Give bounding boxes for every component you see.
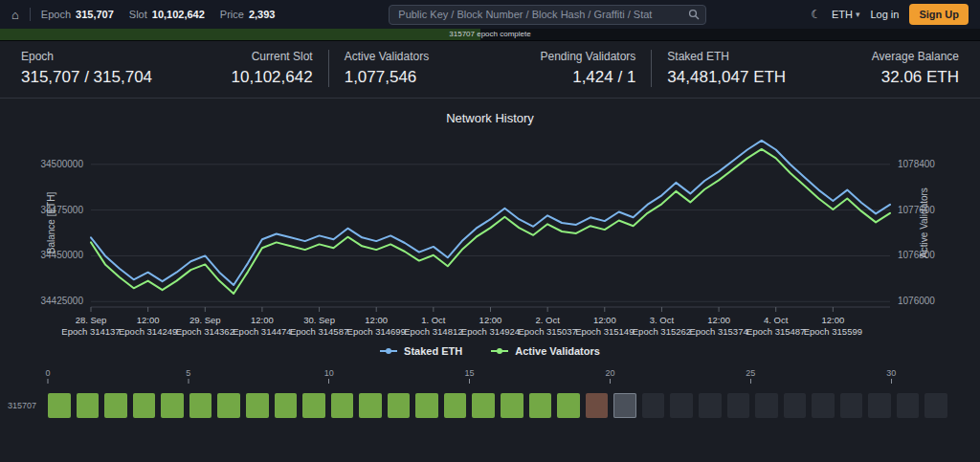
y-left-axis-title: Balance [ETH] <box>46 192 56 254</box>
slot-square-missed[interactable] <box>586 393 609 418</box>
x-tick-epoch: Epoch 314474 <box>233 326 291 337</box>
chevron-down-icon: ▾ <box>856 10 860 19</box>
nav-epoch-label: Epoch <box>41 9 71 20</box>
slot-ruler-tick: 5 <box>186 368 190 384</box>
slot-square-proposed[interactable] <box>444 393 467 418</box>
stats-bar: Epoch 315,707 / 315,704 Current Slot 10,… <box>0 41 980 99</box>
login-link[interactable]: Log in <box>870 9 899 20</box>
stat-label: Current Slot <box>232 50 313 63</box>
y-right-tick-label: 1076000 <box>898 296 935 306</box>
y-right-axis-title: Active Validators <box>919 187 929 258</box>
stat-label: Pending Validators <box>541 50 636 63</box>
slot-square-scheduled[interactable] <box>868 393 891 418</box>
slot-square-proposed[interactable] <box>501 393 523 418</box>
slot-square-scheduled[interactable] <box>840 393 863 418</box>
x-tick-epoch: Epoch 314362 <box>176 326 234 337</box>
slot-square-proposed[interactable] <box>77 393 100 418</box>
slot-square-scheduled[interactable] <box>812 393 835 418</box>
stats-group-2: Active Validators 1,077,546 Pending Vali… <box>328 50 652 87</box>
stat-label: Average Balance <box>872 50 959 63</box>
slot-square-proposed[interactable] <box>275 393 298 418</box>
epoch-progress-bar: 315707 epoch complete <box>0 29 980 41</box>
nav-price-value: 2,393 <box>249 9 276 20</box>
stat-value: 34,481,047 ETH <box>667 68 786 87</box>
slot-square-proposed[interactable] <box>529 393 552 418</box>
stats-group-1: Epoch 315,707 / 315,704 Current Slot 10,… <box>6 50 328 87</box>
slot-square-scheduled[interactable] <box>755 393 778 418</box>
home-icon[interactable]: ⌂ <box>11 9 19 21</box>
x-tick-date: 12:00 <box>365 315 388 325</box>
slot-ruler-tick: 15 <box>465 368 475 384</box>
nav-slot-value: 10,102,642 <box>152 9 205 20</box>
y-right-tick-label: 1078400 <box>898 159 935 169</box>
nav-epoch-value: 315,707 <box>76 9 114 20</box>
slot-square-proposed[interactable] <box>557 393 580 418</box>
stat-value: 32.06 ETH <box>872 68 959 87</box>
slot-ruler-tick: 10 <box>324 368 334 384</box>
slot-square-scheduled[interactable] <box>670 393 693 418</box>
slot-square-proposed[interactable] <box>161 393 184 418</box>
slot-square-proposed[interactable] <box>415 393 438 418</box>
progress-text: 315707 epoch complete <box>0 29 980 40</box>
chart-canvas[interactable]: 3442500010760003445000010768003447500010… <box>0 127 980 345</box>
stat-label: Epoch <box>21 50 152 63</box>
series-line-active-validators <box>91 149 890 294</box>
nav-price[interactable]: Price 2,393 <box>220 9 276 20</box>
dark-mode-icon[interactable]: ☾ <box>811 8 821 21</box>
slot-square-proposed[interactable] <box>189 393 212 418</box>
x-tick-date: 12:00 <box>821 315 844 325</box>
x-tick-date: 4. Oct <box>764 315 789 325</box>
slot-square-scheduled[interactable] <box>784 393 807 418</box>
x-tick-epoch: Epoch 314699 <box>347 326 406 337</box>
slot-square-scheduled[interactable] <box>727 393 750 418</box>
stat-pending-validators: Pending Validators 1,424 / 1 <box>541 50 636 87</box>
search-input[interactable] <box>389 5 706 25</box>
x-tick-epoch: Epoch 315374 <box>689 326 747 337</box>
nav-divider <box>30 8 31 21</box>
x-tick-date: 12:00 <box>479 315 502 325</box>
x-tick-date: 29. Sep <box>189 315 221 325</box>
search-icon[interactable] <box>688 9 700 22</box>
epoch-slot-strip: 315707 051015202530 <box>0 368 980 418</box>
slot-square-scheduled[interactable] <box>642 393 665 418</box>
slot-square-proposed[interactable] <box>331 393 354 418</box>
slot-ruler-tick: 20 <box>605 368 614 384</box>
slot-square-proposed[interactable] <box>48 393 71 418</box>
x-tick-date: 12:00 <box>137 315 160 325</box>
slot-square-proposed[interactable] <box>388 393 411 418</box>
currency-dropdown[interactable]: ETH ▾ <box>832 9 860 20</box>
x-tick-date: 1. Oct <box>421 315 446 325</box>
x-tick-epoch: Epoch 315599 <box>804 326 862 337</box>
x-tick-date: 3. Oct <box>650 315 675 325</box>
slot-square-proposed[interactable] <box>302 393 325 418</box>
chart-legend: Staked ETHActive Validators <box>0 345 980 357</box>
slot-square-proposed[interactable] <box>217 393 240 418</box>
x-tick-date: 30. Sep <box>303 315 335 325</box>
legend-item-active-validators[interactable]: Active Validators <box>491 345 600 357</box>
nav-slot[interactable]: Slot 10,102,642 <box>129 9 205 20</box>
slot-square-proposed[interactable] <box>359 393 382 418</box>
stat-label: Active Validators <box>345 50 429 63</box>
x-tick-epoch: Epoch 315262 <box>633 326 691 337</box>
chart-title: Network History <box>0 111 980 125</box>
y-right-tick-label: 1076800 <box>898 250 935 260</box>
network-history-chart[interactable]: 3442500010760003445000010768003447500010… <box>0 127 980 345</box>
slot-square-proposed[interactable] <box>133 393 156 418</box>
signup-button[interactable]: Sign Up <box>909 4 969 25</box>
x-tick-date: 12:00 <box>593 315 616 325</box>
slot-square-proposed[interactable] <box>246 393 269 418</box>
nav-right: ☾ ETH ▾ Log in Sign Up <box>811 4 969 25</box>
slot-square-proposed[interactable] <box>104 393 127 418</box>
x-tick-epoch: Epoch 314137 <box>61 326 120 337</box>
currency-label: ETH <box>832 9 853 20</box>
slot-square-scheduled[interactable] <box>924 393 947 418</box>
nav-epoch[interactable]: Epoch 315,707 <box>41 9 114 20</box>
stat-value: 1,424 / 1 <box>541 68 636 87</box>
legend-item-staked-eth[interactable]: Staked ETH <box>380 345 462 357</box>
slot-square-proposed[interactable] <box>472 393 495 418</box>
stat-average-balance: Average Balance 32.06 ETH <box>872 50 959 87</box>
slot-square-scheduled[interactable] <box>897 393 920 418</box>
slot-square-scheduled[interactable] <box>699 393 722 418</box>
x-tick-epoch: Epoch 315037 <box>519 326 577 337</box>
slot-square-current[interactable] <box>613 393 636 418</box>
